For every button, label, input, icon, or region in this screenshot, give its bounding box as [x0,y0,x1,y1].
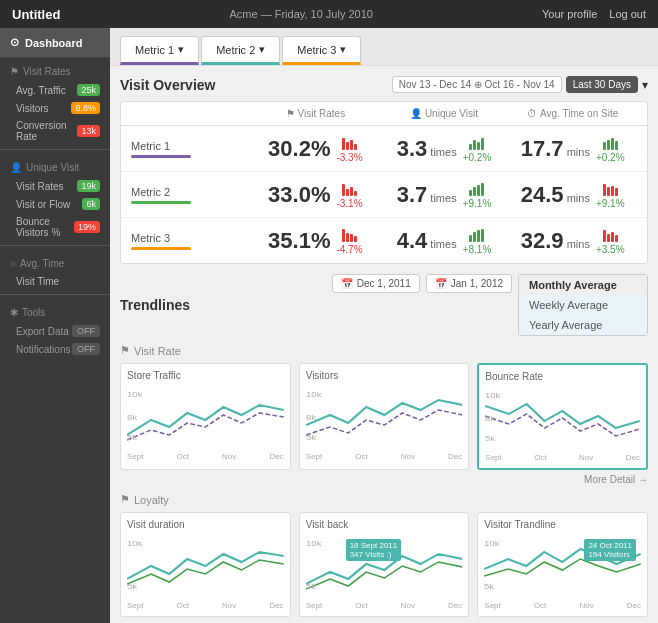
chart-store-traffic-labels: SeptOctNovDec [127,452,284,461]
metric2-uv-change: +9.1% [463,198,492,209]
metric2-uv-minichart [469,180,484,196]
metric3-uv-change: +8.1% [463,244,492,255]
chart-visit-duration: Visit duration 10k 5k SeptOctNo [120,512,291,617]
metric2-label: Metric 2 [131,186,251,204]
sidebar-item-avg-traffic[interactable]: Avg. Traffic 25k [0,81,110,99]
svg-text:8k: 8k [127,413,138,422]
chart-visitor-trandline-labels: SeptOctNovDec [484,601,641,610]
logout-link[interactable]: Log out [609,8,646,20]
chevron-down-icon-2: ▾ [259,43,265,56]
overview-row-metric2: Metric 2 33.0% [121,172,647,218]
sidebar-item-bounce-visitors[interactable]: Bounce Visitors % 19% [0,213,110,241]
metric1-line [131,155,191,158]
sidebar-item-conversion-rate[interactable]: Conversion Rate 13k [0,117,110,145]
empty-header-cell [131,108,251,119]
chevron-down-icon-3: ▾ [340,43,346,56]
app-header: Untitled Acme — Friday, 10 July 2010 You… [0,0,658,28]
sidebar-item-visitors[interactable]: Visitors 8.8% [0,99,110,117]
svg-text:10k: 10k [127,539,143,548]
metric3-at-minichart [603,226,618,242]
svg-text:8k: 8k [485,414,496,423]
metric2-vr-minichart [342,180,357,196]
visit-overview-header: Visit Overview Nov 13 - Dec 14 ⊕ Oct 16 … [120,76,648,93]
metric3-vr-change: -4.7% [336,244,362,255]
clock-col-icon: ⏱ [527,108,537,119]
chevron-down-icon-date[interactable]: ▾ [642,78,648,92]
flag-col-icon: ⚑ [286,108,295,119]
option-yearly[interactable]: Yearly Average [519,315,647,335]
col-header-visit-rates: ⚑ Visit Rates [251,108,380,119]
chart-visitor-trandline-title: Visitor Trandline [484,519,641,530]
metric-tab-2[interactable]: Metric 2 ▾ [201,36,280,65]
sidebar-section-tools: ✱ Tools [0,299,110,322]
metric3-avg-time: 32.9 mins +3. [508,226,637,255]
sidebar-item-visit-or-flow[interactable]: Visit or Flow 6k [0,195,110,213]
overview-row-metric1: Metric 1 30.2% [121,126,647,172]
app-title: Untitled [12,7,60,22]
chart-store-traffic-title: Store Traffic [127,370,284,381]
visit-rates-badge: 19k [77,180,100,192]
section-visit-rates-label: Visit Rates [23,66,71,77]
metric3-line [131,247,191,250]
end-date-input[interactable]: 📅 Jan 1, 2012 [426,274,512,293]
chart-visit-duration-title: Visit duration [127,519,284,530]
chart-bounce-rate-area: 10k 8k 5k [485,386,640,451]
chart-visit-duration-labels: SeptOctNovDec [127,601,284,610]
conversion-badge: 13k [77,125,100,137]
section-unique-visit-label: Unique Visit [26,162,79,173]
sidebar-item-visit-rates[interactable]: Visit Rates 19k [0,177,110,195]
clock-icon: ○ [10,258,16,269]
svg-text:10k: 10k [485,391,501,400]
metric1-vr-change: -3.3% [336,152,362,163]
tools-icon: ✱ [10,307,18,318]
metric1-avg-time: 17.7 mins +0. [508,134,637,163]
header-center-info: Acme — Friday, 10 July 2010 [60,8,542,20]
visit-duration-svg: 10k 5k [127,534,284,599]
svg-text:5k: 5k [127,582,138,591]
metric1-unique-visit: 3.3 times +0. [380,134,509,163]
period-dropdown[interactable]: Monthly Average Weekly Average Yearly Av… [518,274,648,336]
trendlines-title: Trendlines [120,297,190,313]
bounce-rate-svg: 10k 8k 5k [485,386,640,451]
dashboard-label: Dashboard [25,37,82,49]
metric3-label: Metric 3 [131,232,251,250]
notifications-toggle[interactable]: OFF [72,343,100,355]
date-filter-last30[interactable]: Last 30 Days [566,76,638,93]
sidebar-divider-1 [0,149,110,150]
metric2-at-minichart [603,180,618,196]
dashboard-button[interactable]: ⊙ Dashboard [0,28,110,58]
chart-bounce-rate: Bounce Rate 10k 8k 5k SeptOctNovDec [477,363,648,470]
metric-tab-1[interactable]: Metric 1 ▾ [120,36,199,65]
chart-visitor-trandline-area: 10k 5k 24 Oct 2011194 Visitors [484,534,641,599]
calendar-icon-end: 📅 [435,278,447,289]
export-data-toggle[interactable]: OFF [72,325,100,337]
svg-text:5k: 5k [306,582,317,591]
start-date-input[interactable]: 📅 Dec 1, 2011 [332,274,420,293]
trendlines-header: Trendlines 📅 Dec 1, 2011 📅 Jan 1, 2012 [120,274,648,336]
metric1-at-change: +0.2% [596,152,625,163]
sidebar-item-notifications[interactable]: Notifications OFF [0,340,110,358]
date-filter-range1[interactable]: Nov 13 - Dec 14 ⊕ Oct 16 - Nov 14 [392,76,562,93]
store-traffic-svg: 10k 8k 5k [127,385,284,450]
option-weekly[interactable]: Weekly Average [519,295,647,315]
more-detail-link[interactable]: More Detail → [120,474,648,485]
svg-text:5k: 5k [127,433,138,442]
metric-tab-3[interactable]: Metric 3 ▾ [282,36,361,65]
visitors-svg: 10k 8k 5k [306,385,463,450]
metric1-at-minichart [603,134,618,150]
date-filter-group: Nov 13 - Dec 14 ⊕ Oct 16 - Nov 14 Last 3… [392,76,648,93]
sidebar-divider-3 [0,294,110,295]
metric2-visit-rate: 33.0% -3.1% [251,180,380,209]
your-profile-link[interactable]: Your profile [542,8,597,20]
sidebar-item-export-data[interactable]: Export Data OFF [0,322,110,340]
chart-visitors-labels: SeptOctNovDec [306,452,463,461]
svg-text:8k: 8k [306,413,317,422]
calendar-icon-start: 📅 [341,278,353,289]
loyalty-icon: ⚑ [120,493,130,506]
visit-back-tooltip: 18 Sept 2011347 Visits :) [346,539,402,561]
sidebar-item-visit-time[interactable]: Visit Time [0,273,110,290]
metric3-unique-visit: 4.4 times +8. [380,226,509,255]
option-monthly[interactable]: Monthly Average [519,275,647,295]
sidebar-section-avg-time: ○ Avg. Time [0,250,110,273]
metric3-uv-minichart [469,226,484,242]
